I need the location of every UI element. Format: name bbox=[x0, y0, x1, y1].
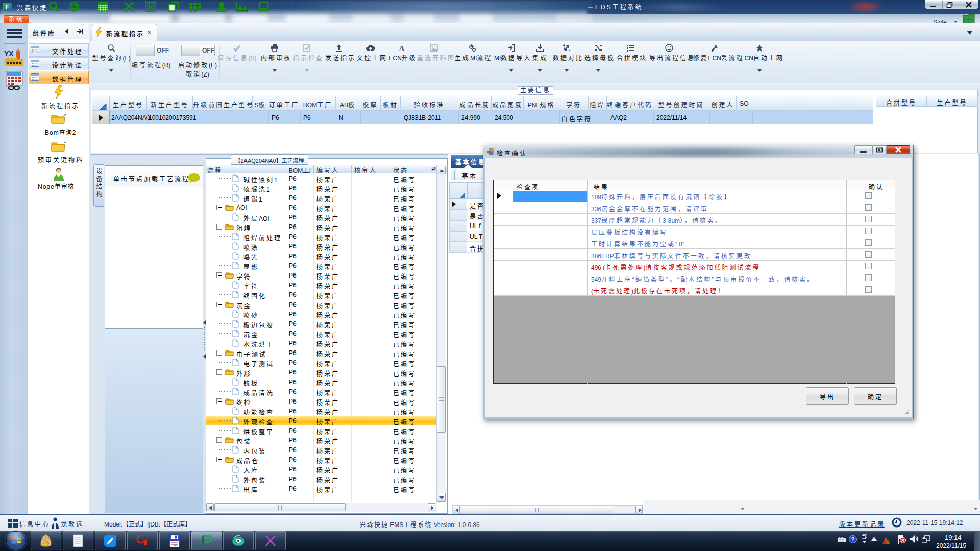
svg-text:?: ? bbox=[851, 536, 855, 542]
svg-text:64: 64 bbox=[174, 544, 177, 547]
svg-text:YX: YX bbox=[4, 49, 14, 58]
svg-text:A: A bbox=[399, 44, 405, 52]
